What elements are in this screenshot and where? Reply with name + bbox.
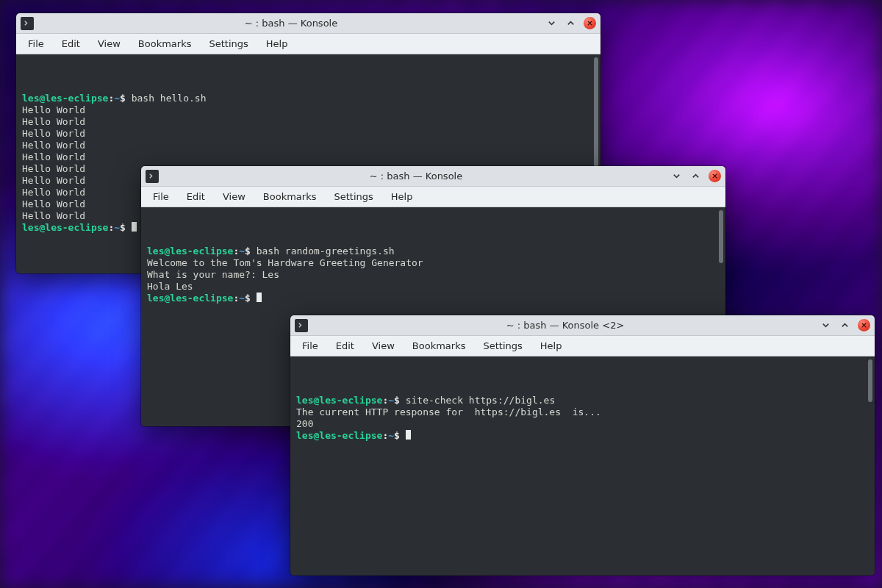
- menu-file[interactable]: File: [293, 337, 327, 354]
- terminal-area[interactable]: les@les-eclipse:~$ site-check https://bi…: [290, 356, 875, 576]
- cursor: [406, 430, 411, 440]
- menu-view[interactable]: View: [89, 35, 129, 52]
- konsole-app-icon: [146, 170, 159, 183]
- menu-file[interactable]: File: [144, 188, 178, 205]
- menu-view[interactable]: View: [214, 188, 254, 205]
- minimize-button[interactable]: [545, 18, 557, 29]
- menu-help[interactable]: Help: [531, 337, 571, 354]
- menu-file[interactable]: File: [19, 35, 53, 52]
- menu-settings[interactable]: Settings: [325, 188, 381, 205]
- terminal-line: What is your name?: Les: [147, 269, 720, 281]
- maximize-button[interactable]: [839, 320, 850, 331]
- maximize-button[interactable]: [564, 18, 576, 29]
- menu-help[interactable]: Help: [382, 188, 422, 205]
- menu-settings[interactable]: Settings: [474, 337, 531, 354]
- terminal-line: Hola Les: [147, 281, 720, 293]
- terminal-line: Welcome to the Tom's Hardware Greeting G…: [147, 257, 720, 269]
- menubar: File Edit View Bookmarks Settings Help: [141, 187, 725, 207]
- menu-help[interactable]: Help: [257, 35, 297, 52]
- konsole-app-icon: [21, 17, 34, 30]
- menubar: File Edit View Bookmarks Settings Help: [16, 34, 600, 54]
- titlebar[interactable]: ~ : bash — Konsole: [141, 166, 725, 187]
- konsole-app-icon: [295, 319, 308, 332]
- menu-bookmarks[interactable]: Bookmarks: [254, 188, 326, 205]
- menu-bookmarks[interactable]: Bookmarks: [129, 35, 201, 52]
- terminal-line: les@les-eclipse:~$: [296, 430, 869, 442]
- terminal-line: les@les-eclipse:~$: [147, 293, 720, 304]
- cursor: [132, 222, 137, 232]
- window-title: ~ : bash — Konsole: [162, 171, 670, 182]
- terminal-line: les@les-eclipse:~$ site-check https://bi…: [296, 395, 869, 406]
- window-title: ~ : bash — Konsole <2>: [311, 320, 820, 331]
- terminal-line: Hello World: [22, 140, 595, 151]
- menu-view[interactable]: View: [363, 337, 404, 354]
- minimize-button[interactable]: [820, 320, 831, 331]
- menu-edit[interactable]: Edit: [53, 35, 89, 52]
- terminal-line: Hello World: [22, 116, 595, 128]
- close-button[interactable]: [858, 319, 870, 331]
- terminal-line: Hello World: [22, 128, 595, 140]
- cursor: [257, 293, 262, 302]
- terminal-line: les@les-eclipse:~$ bash random-greetings…: [147, 245, 720, 257]
- titlebar[interactable]: ~ : bash — Konsole: [16, 13, 600, 34]
- terminal-line: Hello World: [22, 151, 595, 163]
- terminal-line: The current HTTP response for https://bi…: [296, 406, 869, 418]
- close-button[interactable]: [584, 17, 596, 29]
- titlebar[interactable]: ~ : bash — Konsole <2>: [290, 315, 875, 336]
- window-title: ~ : bash — Konsole: [37, 18, 545, 29]
- close-button[interactable]: [709, 170, 721, 182]
- terminal-line: 200: [296, 418, 869, 430]
- scrollbar[interactable]: [719, 210, 723, 263]
- konsole-window-3: ~ : bash — Konsole <2> File Edit View Bo…: [290, 315, 875, 576]
- terminal-line: Hello World: [22, 104, 595, 116]
- menu-edit[interactable]: Edit: [178, 188, 214, 205]
- menu-bookmarks[interactable]: Bookmarks: [404, 337, 475, 354]
- menu-edit[interactable]: Edit: [327, 337, 363, 354]
- menubar: File Edit View Bookmarks Settings Help: [290, 336, 875, 356]
- maximize-button[interactable]: [689, 171, 701, 182]
- menu-settings[interactable]: Settings: [200, 35, 257, 52]
- terminal-line: les@les-eclipse:~$ bash hello.sh: [22, 93, 595, 104]
- scrollbar[interactable]: [868, 359, 872, 402]
- minimize-button[interactable]: [670, 171, 682, 182]
